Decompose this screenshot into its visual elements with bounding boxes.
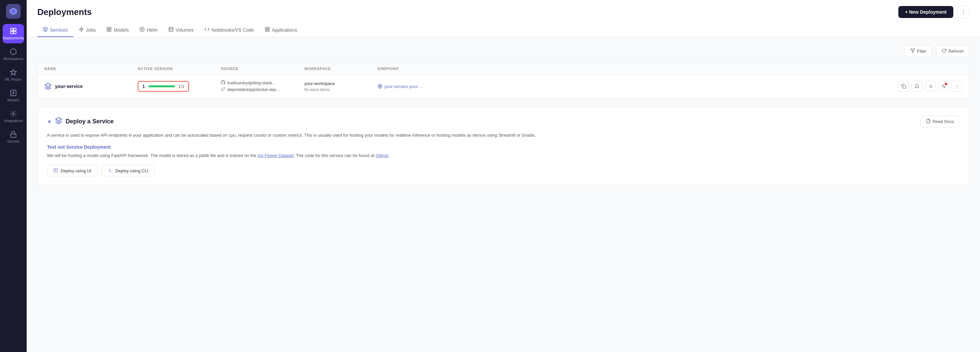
service-name-cell: your-service [45, 83, 138, 90]
docs-icon [926, 119, 931, 124]
sidebar: Deployments Workspaces ML Repos Models I… [0, 0, 27, 352]
svg-rect-18 [268, 30, 269, 31]
test-title: Test out Service Deployment [47, 144, 960, 150]
read-docs-button[interactable]: Read Docs [920, 116, 960, 127]
service-stack-icon [45, 83, 52, 90]
tabs-nav: Services Jobs Models [37, 23, 969, 37]
table-header: NAME ACTIVE VERSION SOURCE WORKSPACE END… [38, 63, 969, 75]
header-actions: + New Deployment ⋮ [898, 6, 969, 18]
svg-rect-9 [110, 27, 111, 29]
row-more-button[interactable]: ⋮ [952, 81, 963, 92]
svg-rect-10 [107, 30, 109, 31]
col-name: NAME [45, 67, 138, 71]
github-icon [221, 80, 225, 86]
source-cell: truefoundry/getting-starte… dependabot/p… [221, 80, 304, 92]
svg-rect-2 [11, 31, 13, 33]
svg-rect-11 [110, 30, 111, 31]
volumes-tab-icon [168, 27, 173, 33]
deploy-buttons: Deploy using UI Deploy using CLI [47, 165, 960, 177]
deployments-table: NAME ACTIVE VERSION SOURCE WORKSPACE END… [37, 62, 969, 98]
endpoint-link[interactable]: your-service-your… [378, 84, 422, 89]
col-source: SOURCE [221, 67, 304, 71]
header-top: Deployments + New Deployment ⋮ [37, 6, 969, 18]
svg-point-5 [12, 113, 14, 115]
helm-tab-icon [139, 27, 145, 33]
tab-volumes[interactable]: Volumes [163, 23, 199, 37]
refresh-button[interactable]: Refresh [936, 45, 969, 57]
endpoint-cell: your-service-your… [378, 81, 963, 92]
ui-icon [53, 168, 58, 174]
svg-point-22 [222, 90, 223, 91]
iris-dataset-link[interactable]: Iris Flower Dataset [258, 153, 294, 158]
sidebar-item-secrets[interactable]: Secrets [3, 127, 24, 147]
version-progress-bar [148, 85, 175, 87]
version-badge[interactable]: 1 1/1 [138, 81, 189, 92]
tab-notebooks[interactable]: Notebooks/VS Code [199, 23, 259, 37]
deploy-section-title: ▼ Deploy a Service [47, 117, 114, 126]
deploy-description: A service is used to expose API endpoint… [47, 132, 960, 139]
test-description: We will be hosting a model using FastAPI… [47, 152, 960, 159]
jobs-tab-icon [79, 27, 84, 33]
col-endpoint: ENDPOINT [378, 67, 963, 71]
chart-button[interactable] [938, 81, 949, 92]
filter-icon [910, 48, 915, 54]
svg-rect-6 [11, 134, 16, 137]
svg-rect-15 [265, 27, 267, 29]
svg-point-14 [169, 27, 173, 28]
models-tab-icon [107, 27, 112, 33]
tab-applications[interactable]: Applications [259, 23, 303, 37]
tab-models[interactable]: Models [101, 23, 134, 37]
sidebar-item-ml-repos[interactable]: ML Repos [3, 65, 24, 84]
app-logo [6, 4, 21, 19]
tab-services[interactable]: Services [37, 23, 73, 37]
branch-icon [221, 87, 225, 92]
svg-marker-7 [80, 27, 83, 31]
svg-rect-3 [14, 31, 16, 33]
action-icons: ⋮ [898, 81, 963, 92]
table-row: your-service 1 1/1 [38, 75, 969, 98]
new-deployment-button[interactable]: + New Deployment [898, 6, 953, 18]
copy-endpoint-button[interactable] [898, 81, 909, 92]
more-options-button[interactable]: ⋮ [957, 6, 969, 18]
version-cell: 1 1/1 [138, 81, 221, 92]
svg-rect-1 [14, 28, 16, 31]
svg-point-13 [142, 29, 143, 30]
notification-dot [945, 83, 947, 85]
sidebar-item-integrations[interactable]: Integrations [3, 107, 24, 126]
tab-helm[interactable]: Helm [134, 23, 163, 37]
sidebar-item-workspaces[interactable]: Workspaces [3, 45, 24, 64]
tab-jobs[interactable]: Jobs [73, 23, 101, 37]
chevron-down-icon: ▼ [47, 119, 52, 124]
page-title: Deployments [37, 7, 92, 18]
deploy-cli-button[interactable]: Deploy using CLI [102, 165, 155, 177]
main-content: Deployments + New Deployment ⋮ Services [27, 0, 980, 352]
svg-rect-16 [268, 27, 269, 29]
svg-point-21 [224, 88, 225, 89]
deploy-section-header: ▼ Deploy a Service Read Docs [47, 116, 960, 127]
source-repo-line: truefoundry/getting-starte… [221, 80, 304, 86]
svg-rect-17 [265, 30, 267, 31]
svg-rect-0 [11, 28, 13, 31]
cli-icon [108, 168, 113, 174]
filter-button[interactable]: Filter [905, 45, 932, 57]
applications-tab-icon [265, 27, 270, 33]
refresh-icon [942, 48, 947, 54]
sidebar-item-models[interactable]: Models [3, 86, 24, 105]
list-button[interactable] [925, 81, 935, 92]
toolbar: Filter Refresh [37, 45, 969, 57]
deploy-ui-button[interactable]: Deploy using UI [47, 165, 98, 177]
service-stack-icon-2 [55, 117, 62, 126]
source-branch-line: dependabot/pip/docker-dep… [221, 87, 304, 92]
vertical-dots-icon: ⋮ [961, 9, 966, 15]
workspace-cell: your-workspace tfy-eaus-demo [304, 81, 378, 92]
col-workspace: WORKSPACE [304, 67, 378, 71]
deploy-service-section: ▼ Deploy a Service Read Docs [37, 107, 969, 185]
svg-rect-24 [903, 86, 906, 88]
svg-point-12 [140, 27, 144, 31]
svg-marker-19 [911, 49, 915, 53]
content-area: Filter Refresh NAME ACTIVE VERSION SOURC… [27, 37, 980, 352]
services-tab-icon [43, 27, 48, 33]
github-link[interactable]: Github [375, 153, 388, 158]
bell-button[interactable] [912, 81, 922, 92]
sidebar-item-deployments[interactable]: Deployments [3, 24, 24, 43]
